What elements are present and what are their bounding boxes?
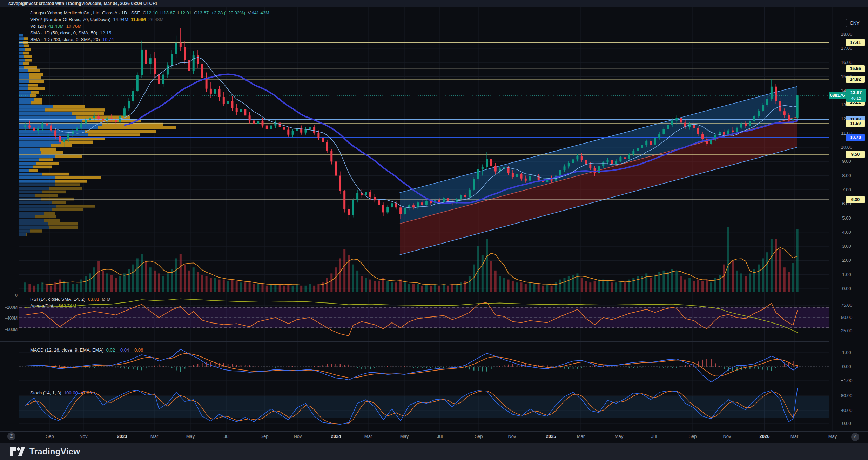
sma200-legend-row[interactable]: SMA · 1D (200, close, 0, SMA, 20) 10.74 xyxy=(30,36,269,43)
price-level-label[interactable]: 6.30 xyxy=(846,196,865,203)
pane-separator[interactable] xyxy=(0,294,829,294)
macd-tick: −1.00 xyxy=(829,378,864,384)
volume-value: 41.43M xyxy=(254,10,269,15)
price-level-label[interactable]: 9.50 xyxy=(846,151,865,158)
stoch-legend: Stoch (14, 1, 3) 100.00 47.89 xyxy=(30,389,92,396)
price-tick: 3.00 xyxy=(829,244,864,249)
price-tick: 16.00 xyxy=(829,60,864,65)
symbol-title[interactable]: Jiangsu Yahong Meditech Co., Ltd. Class … xyxy=(30,10,140,15)
time-axis-month-label: Sep xyxy=(475,434,483,439)
time-axis-month-label: Mar xyxy=(150,434,158,439)
vol-legend-row[interactable]: Vol (20) 41.43M 10.76M xyxy=(30,23,269,29)
time-axis-month-label: Nov xyxy=(294,434,302,439)
accdist-legend-row[interactable]: Accum/Dist −662.74M xyxy=(30,302,110,309)
price-level-label[interactable]: 11.69 xyxy=(846,120,865,127)
stoch-tick: 80.00 xyxy=(829,393,864,399)
accdist-axis-tick: −600M xyxy=(1,327,18,332)
time-axis-month-label: Sep xyxy=(46,434,54,439)
sma50-legend-row[interactable]: SMA · 1D (50, close, 0, SMA, 50) 12.15 xyxy=(30,29,269,36)
time-axis-month-label: Mar xyxy=(577,434,585,439)
footer-bar: TradingView xyxy=(0,443,868,460)
price-tick: 18.00 xyxy=(829,32,864,37)
time-axis-month-label: Mar xyxy=(790,434,798,439)
time-axis[interactable]: SepNov2023MarMayJulSepNov2024MarMayJulSe… xyxy=(0,431,868,443)
price-tick: 7.00 xyxy=(829,187,864,193)
rsi-tick: 75.00 xyxy=(829,302,864,308)
ohlc-high: 13.67 xyxy=(163,10,175,15)
accdist-axis-tick: −400M xyxy=(1,316,18,321)
ohlc-low: 12.01 xyxy=(180,10,191,15)
rsi-legend-row[interactable]: RSI (14, close, SMA, 14, 2) 63.81 Ø Ø xyxy=(30,296,110,302)
macd-tick: 0.00 xyxy=(829,364,864,369)
time-axis-month-label: May xyxy=(400,434,409,439)
tradingview-logo-icon[interactable] xyxy=(10,446,25,457)
watermark-text: savepiginvest created with TradingView.c… xyxy=(8,1,157,6)
time-axis-month-label: Jul xyxy=(224,434,230,439)
time-axis-year-label: 2023 xyxy=(117,434,127,439)
stoch-legend-row[interactable]: Stoch (14, 1, 3) 100.00 47.89 xyxy=(30,389,92,396)
chart-canvas[interactable] xyxy=(0,7,868,443)
price-tick: 1.00 xyxy=(829,272,864,278)
time-axis-month-label: Sep xyxy=(260,434,268,439)
time-axis-month-label: Nov xyxy=(79,434,87,439)
pane-separator[interactable] xyxy=(0,386,829,386)
time-axis-year-label: 2025 xyxy=(546,434,556,439)
price-tick: 8.00 xyxy=(829,173,864,179)
tradingview-chart-window: savepiginvest created with TradingView.c… xyxy=(0,0,868,460)
stoch-tick: 0.00 xyxy=(829,421,864,426)
price-tick: 4.00 xyxy=(829,229,864,235)
accdist-axis-tick: 0 xyxy=(1,293,18,298)
rsi-tick: 50.00 xyxy=(829,315,864,320)
macd-legend: MACD (12, 26, close, 9, EMA, EMA) 0.02 −… xyxy=(30,347,143,353)
bar-countdown: 40:12 xyxy=(846,96,866,101)
symbol-legend-row[interactable]: Jiangsu Yahong Meditech Co., Ltd. Class … xyxy=(30,9,269,16)
stoch-tick: 40.00 xyxy=(829,408,864,413)
current-price-label[interactable]: 13.6740:12 xyxy=(846,89,866,102)
vrvp-legend-row[interactable]: VRVP (Number Of Rows, 70, Up/Down) 14.94… xyxy=(30,16,269,23)
change-value: +2.28 (+20.02%) xyxy=(211,10,245,15)
rsi-legend: RSI (14, close, SMA, 14, 2) 63.81 Ø Ø Ac… xyxy=(30,296,110,309)
symbol-code-badge: 688176 xyxy=(829,92,846,99)
price-tick: 2.00 xyxy=(829,258,864,263)
price-level-label[interactable]: 17.41 xyxy=(846,39,865,46)
time-axis-month-label: Jul xyxy=(437,434,443,439)
tradingview-logo-text[interactable]: TradingView xyxy=(29,447,80,456)
time-axis-year-label: 2026 xyxy=(760,434,770,439)
price-axis[interactable]: 18.0017.0016.0015.0014.0013.0012.0011.00… xyxy=(829,7,868,443)
ohlc-open: 12.10 xyxy=(146,10,158,15)
accdist-axis-tick: −200M xyxy=(1,305,18,310)
time-axis-month-label: Jul xyxy=(651,434,657,439)
time-axis-month-label: Nov xyxy=(723,434,731,439)
time-axis-year-label: 2024 xyxy=(331,434,341,439)
price-tick: 10.00 xyxy=(829,145,864,150)
pane-separator[interactable] xyxy=(0,341,829,342)
time-axis-month-label: Nov xyxy=(508,434,516,439)
macd-tick: 1.00 xyxy=(829,350,864,355)
time-axis-month-label: May xyxy=(615,434,624,439)
ohlc-close: 13.67 xyxy=(197,10,209,15)
price-tick: 9.00 xyxy=(829,159,864,164)
price-level-label[interactable]: 15.55 xyxy=(846,65,865,72)
time-axis-month-label: May xyxy=(186,434,195,439)
price-level-label[interactable]: 10.70 xyxy=(846,134,865,141)
price-tick: 5.00 xyxy=(829,215,864,221)
main-legend: Jiangsu Yahong Meditech Co., Ltd. Class … xyxy=(30,9,269,43)
timezone-button[interactable]: Z xyxy=(7,432,15,440)
price-tick: 17.00 xyxy=(829,46,864,51)
watermark-bar: savepiginvest created with TradingView.c… xyxy=(0,0,868,7)
currency-toggle-button[interactable]: CNY xyxy=(846,19,863,27)
auto-scale-button[interactable]: A xyxy=(851,433,859,441)
time-axis-month-label: Mar xyxy=(364,434,372,439)
rsi-tick: 25.00 xyxy=(829,328,864,334)
price-tick: 0.00 xyxy=(829,286,864,292)
price-level-label[interactable]: 14.82 xyxy=(846,76,865,83)
time-axis-month-label: Sep xyxy=(688,434,697,439)
current-price-value: 13.67 xyxy=(846,89,866,96)
time-axis-month-label: May xyxy=(828,434,837,439)
macd-legend-row[interactable]: MACD (12, 26, close, 9, EMA, EMA) 0.02 −… xyxy=(30,347,143,353)
